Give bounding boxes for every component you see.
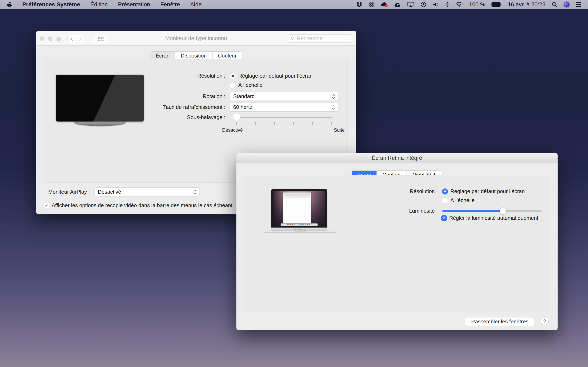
menu-edition[interactable]: Édition <box>85 0 113 9</box>
menu-app-name[interactable]: Préférences Système <box>17 0 85 9</box>
underscan-row: Sous-balayage : Désactivé Suite <box>36 114 332 120</box>
refresh-rate-row: Taux de rafraîchissement : 60 hertz <box>36 103 338 111</box>
menu-fenetre[interactable]: Fenêtre <box>155 0 185 9</box>
dock-graphic <box>281 224 318 226</box>
mirroring-row: ✓ Afficher les options de recopie vidéo … <box>44 202 233 209</box>
underscan-range-labels: Désactivé Suite <box>222 127 345 133</box>
macbook-label: MacBook Pro <box>271 227 327 231</box>
resolution-scaled-row: À l’échelle <box>236 197 475 203</box>
resolution-label: Résolution : <box>236 188 438 194</box>
underscan-max-label: Suite <box>334 127 345 133</box>
cloud-upload-icon[interactable] <box>394 0 401 9</box>
mirroring-checkbox[interactable]: ✓ <box>44 203 49 208</box>
target-circle-icon[interactable] <box>369 0 375 9</box>
desktop: Préférences Système Édition Présentation… <box>0 0 588 367</box>
auto-brightness-checkbox-label[interactable]: Régler la luminosité automatiquement <box>449 215 538 221</box>
resolution-label: Résolution : <box>36 73 225 79</box>
window2-titlebar[interactable]: Écran Retina intégré <box>236 153 558 163</box>
brightness-slider[interactable] <box>442 210 542 212</box>
menu-bar: Préférences Système Édition Présentation… <box>0 0 588 9</box>
volume-icon[interactable] <box>433 0 439 9</box>
time-machine-icon[interactable] <box>420 0 426 9</box>
spotlight-icon[interactable] <box>552 0 557 9</box>
resolution-row: Résolution : Réglage par défaut pour l’é… <box>236 188 525 194</box>
siri-icon[interactable] <box>563 0 570 9</box>
radio-scaled-resolution-label[interactable]: À l’échelle <box>450 197 475 203</box>
macbook-base <box>264 231 336 233</box>
apple-icon <box>7 1 12 8</box>
tab-ecran[interactable]: Écran <box>150 52 175 60</box>
search-field[interactable]: Rechercher <box>288 34 352 43</box>
stepper-icon <box>331 92 336 100</box>
brightness-slider-thumb[interactable] <box>500 208 506 214</box>
radio-default-resolution[interactable] <box>442 188 448 194</box>
notification-center-icon[interactable] <box>576 0 581 9</box>
auto-brightness-row: ✓ Régler la luminosité automatiquement <box>441 215 538 221</box>
refresh-rate-label: Taux de rafraîchissement : <box>36 104 225 110</box>
window2-title: Écran Retina intégré <box>372 155 422 161</box>
search-icon <box>291 36 295 41</box>
rotation-label: Rotation : <box>36 93 225 100</box>
cloud-red-badge-icon[interactable] <box>381 0 388 9</box>
auto-brightness-checkbox[interactable]: ✓ <box>441 215 447 221</box>
help-icon: ? <box>543 318 546 324</box>
radio-scaled-resolution[interactable] <box>230 82 236 88</box>
brightness-row: Luminosité : <box>236 208 542 214</box>
apple-menu[interactable] <box>0 0 17 9</box>
menu-bar-status: 100 % 16 avr. à 20:23 <box>356 0 588 9</box>
window-builtin-display: Écran Retina intégré Écran Couleur Night… <box>236 153 558 330</box>
wifi-icon[interactable] <box>456 0 463 9</box>
rotation-row: Rotation : Standard <box>36 92 338 101</box>
underscan-ticks <box>236 122 332 125</box>
airplay-row: Moniteur AirPlay : Désactivé <box>36 187 200 196</box>
airplay-popup[interactable]: Désactivé <box>94 187 200 196</box>
radio-default-resolution-label[interactable]: Réglage par défaut pour l’écran <box>450 188 525 194</box>
radio-scaled-resolution[interactable] <box>442 197 448 203</box>
stepper-icon <box>331 103 336 111</box>
window1-toolbar[interactable]: Moniteur de type inconnu Rechercher <box>36 31 356 46</box>
search-placeholder: Rechercher <box>297 35 324 42</box>
airplay-label: Moniteur AirPlay : <box>36 189 90 195</box>
refresh-rate-value: 60 hertz <box>233 104 252 110</box>
airplay-icon[interactable] <box>407 0 414 9</box>
radio-default-resolution[interactable] <box>230 73 236 79</box>
underscan-label: Sous-balayage : <box>36 114 225 120</box>
menu-presentation[interactable]: Présentation <box>113 0 155 9</box>
menu-bar-clock[interactable]: 16 avr. à 20:23 <box>508 1 545 8</box>
tab-couleur[interactable]: Couleur <box>212 52 242 60</box>
battery-percent: 100 % <box>469 1 485 8</box>
window2-panel: MacBook Pro <box>245 175 550 312</box>
mirroring-checkbox-label[interactable]: Afficher les options de recopie vidéo da… <box>52 202 233 209</box>
radio-default-resolution-label[interactable]: Réglage par défaut pour l’écran <box>238 73 312 79</box>
underscan-slider[interactable]: Désactivé Suite <box>234 117 332 118</box>
refresh-rate-popup[interactable]: 60 hertz <box>230 103 338 111</box>
resolution-row: Résolution : Réglage par défaut pour l’é… <box>36 73 312 79</box>
rotation-popup[interactable]: Standard <box>230 92 338 101</box>
resolution-scaled-row: À l’échelle <box>36 82 263 88</box>
gather-windows-button[interactable]: Rassembler les fenêtres <box>465 317 535 326</box>
tab-disposition[interactable]: Disposition <box>175 52 212 60</box>
bluetooth-icon[interactable] <box>445 0 449 9</box>
airplay-value: Désactivé <box>98 189 121 195</box>
window1-tabs: Écran Disposition Couleur <box>150 51 242 60</box>
menu-aide[interactable]: Aide <box>185 0 207 9</box>
underscan-min-label: Désactivé <box>222 127 243 133</box>
battery-icon[interactable] <box>492 0 502 9</box>
dropbox-icon[interactable] <box>356 0 362 9</box>
radio-scaled-resolution-label[interactable]: À l’échelle <box>238 82 263 88</box>
menu-bar-left: Préférences Système Édition Présentation… <box>0 0 207 9</box>
help-button[interactable]: ? <box>541 317 549 325</box>
brightness-label: Luminosité : <box>236 208 438 214</box>
rotation-value: Standard <box>233 93 255 100</box>
stepper-icon <box>192 188 198 196</box>
